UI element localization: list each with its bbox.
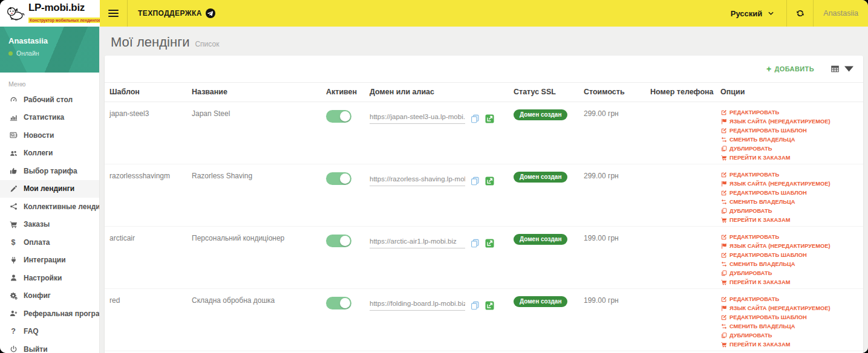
option-cart[interactable]: ПЕРЕЙТИ К ЗАКАЗАМ bbox=[720, 279, 858, 285]
active-toggle[interactable] bbox=[326, 235, 351, 247]
active-toggle[interactable] bbox=[326, 297, 351, 309]
ssl-status-badge: Домен создан bbox=[514, 234, 567, 245]
refresh-icon bbox=[795, 9, 805, 18]
flag-icon bbox=[720, 181, 727, 187]
duplicate-icon bbox=[720, 270, 727, 276]
plus-icon: + bbox=[766, 65, 772, 73]
row-title: Razorless Shaving bbox=[187, 164, 321, 227]
sidebar-item-14[interactable]: Выйти bbox=[0, 340, 99, 353]
option-label: ЯЗЫК САЙТА (НЕРЕДАКТИРУЕМОЕ) bbox=[729, 243, 830, 249]
sidebar-item-4[interactable]: Выбор тарифа bbox=[0, 162, 99, 180]
news-icon bbox=[8, 131, 18, 140]
row-price: 299.00 грн bbox=[579, 164, 645, 227]
copy-icon[interactable] bbox=[471, 301, 480, 310]
option-flag[interactable]: ЯЗЫК САЙТА (НЕРЕДАКТИРУЕМОЕ) bbox=[720, 305, 858, 311]
sidebar-item-7[interactable]: Заказы bbox=[0, 216, 99, 234]
option-edit[interactable]: РЕДАКТИРОВАТЬ bbox=[720, 234, 858, 240]
row-phone bbox=[645, 289, 716, 351]
refresh-button[interactable] bbox=[786, 0, 813, 27]
support-link[interactable]: ТЕХПОДДЕРЖКА bbox=[138, 0, 215, 27]
row-phone bbox=[645, 102, 716, 164]
table-body: japan-steel3 Japan Steel Домен создан 29… bbox=[105, 102, 863, 353]
option-cart[interactable]: ПЕРЕЙТИ К ЗАКАЗАМ bbox=[720, 155, 858, 161]
option-edit[interactable]: РЕДАКТИРОВАТЬ ШАБЛОН bbox=[720, 190, 858, 196]
option-exchange[interactable]: СМЕНИТЬ ВЛАДЕЛЬЦА bbox=[720, 199, 858, 205]
option-edit[interactable]: РЕДАКТИРОВАТЬ ШАБЛОН bbox=[720, 314, 858, 320]
option-flag[interactable]: ЯЗЫК САЙТА (НЕРЕДАКТИРУЕМОЕ) bbox=[720, 118, 858, 125]
online-dot-icon bbox=[8, 51, 13, 56]
domain-input[interactable] bbox=[370, 175, 465, 186]
dashboard-icon bbox=[8, 96, 18, 104]
row-template-name: red bbox=[105, 289, 187, 351]
sidebar-item-5[interactable]: Мои лендинги bbox=[0, 180, 99, 198]
external-link-icon[interactable] bbox=[485, 239, 494, 248]
logo-subtitle: Конструктор мобильных лендингов bbox=[28, 18, 102, 23]
sidebar-item-11[interactable]: Конфиг bbox=[0, 287, 99, 305]
option-cart[interactable]: ПЕРЕЙТИ К ЗАКАЗАМ bbox=[720, 217, 858, 223]
dog-logo-icon bbox=[5, 5, 25, 21]
domain-input[interactable] bbox=[370, 112, 465, 124]
edit-icon bbox=[720, 128, 727, 134]
sidebar-item-1[interactable]: Статистика bbox=[0, 109, 99, 127]
option-exchange[interactable]: СМЕНИТЬ ВЛАДЕЛЬЦА bbox=[720, 323, 858, 329]
sidebar-item-2[interactable]: Новости bbox=[0, 126, 99, 144]
sidebar-item-8[interactable]: $Оплата bbox=[0, 233, 99, 251]
copy-icon[interactable] bbox=[471, 176, 480, 186]
active-toggle[interactable] bbox=[326, 110, 351, 123]
option-duplicate[interactable]: ДУБЛИРОВАТЬ bbox=[720, 208, 858, 214]
external-link-icon[interactable] bbox=[485, 301, 494, 310]
domain-input[interactable] bbox=[370, 299, 465, 311]
copy-icon[interactable] bbox=[471, 114, 480, 123]
sidebar-item-0[interactable]: Рабочий стол bbox=[0, 91, 99, 109]
logo[interactable]: LP-mobi.biz Конструктор мобильных лендин… bbox=[0, 0, 100, 27]
option-label: РЕДАКТИРОВАТЬ ШАБЛОН bbox=[729, 252, 807, 258]
option-edit[interactable]: РЕДАКТИРОВАТЬ bbox=[720, 172, 858, 178]
table-view-dropdown[interactable] bbox=[830, 65, 853, 73]
sidebar-item-6[interactable]: Коллективные лендинги bbox=[0, 198, 99, 216]
option-duplicate[interactable]: ДУБЛИРОВАТЬ bbox=[720, 332, 858, 338]
copy-icon[interactable] bbox=[471, 239, 480, 248]
user-menu[interactable]: Anastasiia bbox=[813, 0, 868, 27]
column-header: Стоимость bbox=[579, 83, 645, 102]
sidebar-user-panel: Anastasiia Онлайн bbox=[0, 27, 99, 73]
option-edit[interactable]: РЕДАКТИРОВАТЬ bbox=[720, 109, 858, 115]
option-exchange[interactable]: СМЕНИТЬ ВЛАДЕЛЬЦА bbox=[720, 137, 858, 143]
option-edit[interactable]: РЕДАКТИРОВАТЬ bbox=[720, 296, 858, 302]
option-duplicate[interactable]: ДУБЛИРОВАТЬ bbox=[720, 270, 858, 276]
sidebar-item-label: Статистика bbox=[24, 113, 64, 121]
add-button[interactable]: + ДОБАВИТЬ bbox=[766, 65, 814, 73]
option-label: ДУБЛИРОВАТЬ bbox=[729, 208, 772, 214]
sidebar-item-label: Мои лендинги bbox=[24, 184, 74, 193]
sidebar-item-13[interactable]: ?FAQ bbox=[0, 323, 99, 341]
option-edit[interactable]: РЕДАКТИРОВАТЬ ШАБЛОН bbox=[720, 252, 858, 258]
row-options: РЕДАКТИРОВАТЬЯЗЫК САЙТА (НЕРЕДАКТИРУЕМОЕ… bbox=[720, 172, 858, 223]
language-dropdown[interactable]: Русский bbox=[720, 0, 787, 27]
column-header: Опции bbox=[716, 83, 863, 102]
sidebar-item-10[interactable]: Настройки bbox=[0, 269, 99, 287]
menu-toggle-button[interactable] bbox=[100, 0, 128, 27]
sidebar-item-label: Коллеги bbox=[24, 149, 53, 157]
users-icon bbox=[8, 149, 18, 157]
pen-icon bbox=[8, 184, 18, 193]
option-exchange[interactable]: СМЕНИТЬ ВЛАДЕЛЬЦА bbox=[720, 261, 858, 267]
domain-input[interactable] bbox=[370, 237, 465, 248]
flag-icon bbox=[720, 118, 727, 125]
option-flag[interactable]: ЯЗЫК САЙТА (НЕРЕДАКТИРУЕМОЕ) bbox=[720, 181, 858, 187]
option-edit[interactable]: РЕДАКТИРОВАТЬ ШАБЛОН bbox=[720, 128, 858, 134]
main-content: Мої лендінги Список + ДОБАВИТЬ bbox=[100, 27, 868, 353]
external-link-icon[interactable] bbox=[485, 114, 494, 123]
option-label: ПЕРЕЙТИ К ЗАКАЗАМ bbox=[729, 155, 790, 161]
edit-icon bbox=[720, 190, 727, 196]
sidebar-item-12[interactable]: Реферальная программа bbox=[0, 305, 99, 323]
page-title: Мої лендінги bbox=[111, 34, 189, 50]
active-toggle[interactable] bbox=[326, 172, 351, 185]
external-link-icon[interactable] bbox=[485, 176, 494, 186]
option-flag[interactable]: ЯЗЫК САЙТА (НЕРЕДАКТИРУЕМОЕ) bbox=[720, 243, 858, 249]
sidebar-item-9[interactable]: Интеграции bbox=[0, 251, 99, 270]
sidebar-item-3[interactable]: Коллеги bbox=[0, 144, 99, 163]
option-duplicate[interactable]: ДУБЛИРОВАТЬ bbox=[720, 146, 858, 152]
sidebar: Anastasiia Онлайн Меню Рабочий столСтати… bbox=[0, 27, 100, 353]
table-row: razorlessshavingm Razorless Shaving Доме… bbox=[105, 164, 863, 227]
option-cart[interactable]: ПЕРЕЙТИ К ЗАКАЗАМ bbox=[720, 342, 858, 348]
row-title: Персональний кондиціонер bbox=[187, 227, 321, 289]
